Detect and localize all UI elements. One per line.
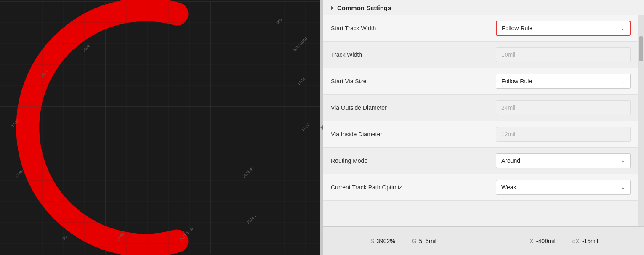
label-via-outside-diameter: Via Outside Diameter [331,104,496,111]
dropdown-value-routing-mode: Around [501,157,520,164]
control-start-track-width: Follow Rule ⌄ [496,21,631,36]
chevron-down-icon: ⌄ [620,25,625,31]
label-start-track-width: Start Track Width [331,25,496,32]
scrollbar-track [638,15,644,226]
input-track-width: 10mil [496,47,631,62]
dropdown-track-path[interactable]: Weak ⌄ [496,180,631,195]
status-x-value: -400mil [536,238,556,244]
panel-divider[interactable] [320,0,323,255]
control-via-outside-diameter: 24mil [496,100,631,115]
settings-title: Common Settings [337,4,391,11]
label-via-inside-diameter: Via Inside Diameter [331,131,496,138]
control-track-path: Weak ⌄ [496,180,631,195]
label-track-width: Track Width [331,51,496,58]
row-track-path: Current Track Path Optimiz... Weak ⌄ [323,174,638,201]
settings-panel: Common Settings Start Track Width Follow… [323,0,644,255]
input-via-outside-diameter: 24mil [496,100,631,115]
label-routing-mode: Routing Mode [331,157,496,164]
status-x-label: X [530,238,534,244]
pcb-arc [0,0,320,255]
status-dx-value: -15mil [582,238,598,244]
status-s: S 3902% [370,238,395,244]
status-g: G 5, 5mil [412,238,436,244]
status-s-value: 3902% [377,238,395,244]
row-routing-mode: Routing Mode Around ⌄ [323,148,638,174]
control-track-width: 10mil [496,47,631,62]
row-via-outside-diameter: Via Outside Diameter 24mil [323,95,638,121]
control-routing-mode: Around ⌄ [496,153,631,168]
row-via-inside-diameter: Via Inside Diameter 12mil [323,121,638,148]
chevron-down-icon: ⌄ [621,184,625,190]
dropdown-value-track-path: Weak [501,184,516,191]
label-track-path: Current Track Path Optimiz... [331,184,496,191]
settings-header: Common Settings [323,0,644,15]
status-dx-label: dX [572,238,580,244]
status-right: X -400mil dX -15mil [484,227,644,255]
scrollbar-thumb[interactable] [639,36,643,61]
chevron-down-icon: ⌄ [621,78,625,84]
control-via-inside-diameter: 12mil [496,127,631,142]
status-dx: dX -15mil [572,238,598,244]
status-x: X -400mil [530,238,556,244]
collapse-icon[interactable] [331,6,334,10]
scrollbar[interactable] [638,15,644,226]
status-g-label: G [412,238,417,244]
dropdown-start-via-size[interactable]: Follow Rule ⌄ [496,74,631,89]
dropdown-value-start-via-size: Follow Rule [501,78,532,85]
label-start-via-size: Start Via Size [331,78,496,85]
control-start-via-size: Follow Rule ⌄ [496,74,631,89]
settings-rows: Start Track Width Follow Rule ⌄ Track Wi… [323,15,638,226]
status-left: S 3902% G 5, 5mil [323,227,484,255]
status-s-label: S [370,238,374,244]
row-start-track-width: Start Track Width Follow Rule ⌄ [323,15,638,42]
pcb-canvas[interactable]: 900 2022-1040 17-28 17-30 17-25 17-30 20… [0,0,320,255]
dropdown-start-track-width[interactable]: Follow Rule ⌄ [496,21,631,36]
input-via-inside-diameter: 12mil [496,127,631,142]
row-start-via-size: Start Via Size Follow Rule ⌄ [323,68,638,95]
divider-arrow-icon [320,125,323,130]
dropdown-routing-mode[interactable]: Around ⌄ [496,153,631,168]
chevron-down-icon: ⌄ [621,158,625,164]
row-track-width: Track Width 10mil [323,42,638,68]
status-bar: S 3902% G 5, 5mil X -400mil dX -15mil [323,226,644,255]
dropdown-value-start-track-width: Follow Rule [502,25,532,32]
status-g-value: 5, 5mil [419,238,436,244]
